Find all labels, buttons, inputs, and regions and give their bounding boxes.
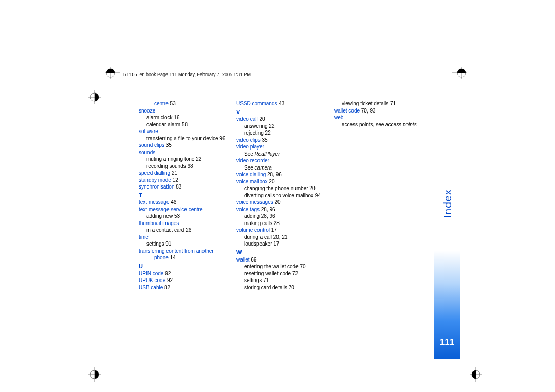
index-entry: sound clips 35 xyxy=(139,142,242,149)
index-entry: loudspeaker 17 xyxy=(236,240,339,248)
index-column-2: USSD commands 43Vvideo call 20answering … xyxy=(236,100,339,291)
index-column-1: centre 53snoozealarm clock 16calendar al… xyxy=(139,100,242,291)
index-entry: See camera xyxy=(236,164,339,172)
index-entry: text message service centre xyxy=(139,206,242,213)
index-entry: access points, see access points xyxy=(334,121,447,128)
index-entry: thumbnail images xyxy=(139,220,242,227)
index-entry: alarm clock 16 xyxy=(139,114,242,121)
index-entry: USSD commands 43 xyxy=(236,100,339,107)
index-entry: video recorder xyxy=(236,157,339,164)
crop-mark-icon xyxy=(87,367,102,382)
index-entry: time xyxy=(139,234,242,241)
index-entry: V xyxy=(236,108,339,116)
index-entry: W xyxy=(236,249,339,256)
index-entry: T xyxy=(139,192,242,199)
page-number: 111 xyxy=(434,337,460,347)
index-entry: calendar alarm 58 xyxy=(139,121,242,128)
index-entry: diverting calls to voice mailbox 94 xyxy=(236,192,339,199)
index-entry: wallet 69 xyxy=(236,256,339,264)
index-entry: during a call 20, 21 xyxy=(236,234,339,241)
index-entry: voice tags 28, 96 xyxy=(236,206,339,213)
crop-mark-icon xyxy=(87,90,102,104)
crop-mark-icon xyxy=(469,367,483,382)
index-entry: viewing ticket details 71 xyxy=(334,100,447,107)
index-entry: UPUK code 92 xyxy=(139,277,242,284)
index-entry: video player xyxy=(236,143,339,151)
index-entry: U xyxy=(139,263,242,270)
index-entry: USB cable 82 xyxy=(139,284,242,291)
index-entry: changing the phone number 20 xyxy=(236,185,339,192)
index-entry: resetting wallet code 72 xyxy=(236,270,339,277)
index-entry: sounds xyxy=(139,149,242,156)
index-entry: entering the wallet code 70 xyxy=(236,263,339,270)
index-entry: adding 28, 96 xyxy=(236,213,339,220)
index-entry: web xyxy=(334,114,447,121)
index-entry: voice dialling 28, 96 xyxy=(236,171,339,178)
index-entry: text message 46 xyxy=(139,199,242,206)
crop-mark-icon xyxy=(452,66,467,80)
index-entry: adding new 53 xyxy=(139,213,242,220)
index-entry: muting a ringing tone 22 xyxy=(139,156,242,163)
index-entry: answering 22 xyxy=(236,123,339,130)
index-entry: voice messages 20 xyxy=(236,199,339,206)
index-entry: transferring a file to your device 96 xyxy=(139,135,242,142)
index-entry: transferring content from another xyxy=(139,248,242,255)
index-entry: volume control 17 xyxy=(236,227,339,234)
index-entry: rejecting 22 xyxy=(236,129,339,137)
index-entry: in a contact card 26 xyxy=(139,227,242,234)
crop-mark-icon xyxy=(105,66,120,80)
header-rule xyxy=(108,70,462,70)
side-tab-label: Index xyxy=(441,189,454,218)
index-entry: settings 91 xyxy=(139,240,242,248)
index-entry: synchronisation 83 xyxy=(139,183,242,191)
index-entry: phone 14 xyxy=(139,254,242,262)
index-entry: snooze xyxy=(139,107,242,115)
index-entry: speed dialling 21 xyxy=(139,170,242,177)
index-entry: recording sounds 68 xyxy=(139,163,242,170)
index-entry: standby mode 12 xyxy=(139,177,242,184)
index-entry: UPIN code 92 xyxy=(139,270,242,277)
index-entry: centre 53 xyxy=(139,100,242,107)
index-entry: wallet code 70, 93 xyxy=(334,107,447,115)
index-entry: settings 71 xyxy=(236,277,339,284)
side-tab: Index 111 xyxy=(434,189,460,359)
index-entry: making calls 28 xyxy=(236,220,339,227)
side-tab-gradient: 111 xyxy=(434,251,460,359)
page-header: R1105_en.book Page 111 Monday, February … xyxy=(123,72,251,77)
index-entry: See RealPlayer xyxy=(236,151,339,158)
index-column-3: viewing ticket details 71wallet code 70,… xyxy=(334,100,447,128)
index-entry: video clips 35 xyxy=(236,137,339,144)
index-entry: software xyxy=(139,128,242,135)
index-entry: voice mailbox 20 xyxy=(236,178,339,185)
index-entry: video call 20 xyxy=(236,116,339,123)
index-entry: storing card details 70 xyxy=(236,284,339,291)
